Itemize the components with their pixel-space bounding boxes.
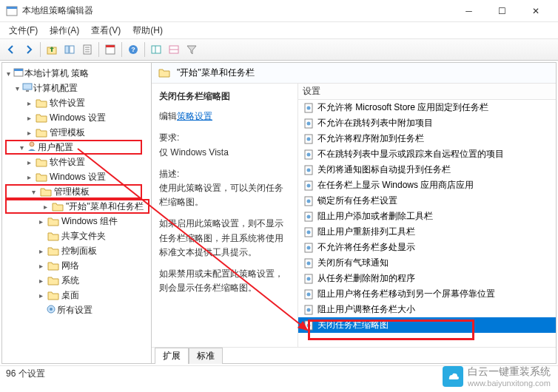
svg-point-21 — [30, 142, 34, 146]
title-bar: 本地组策略编辑器 ─ ☐ ✕ — [0, 0, 558, 22]
export-list-button[interactable] — [79, 41, 95, 58]
toolbar-separator — [98, 42, 99, 57]
maximize-button[interactable]: ☐ — [485, 0, 519, 22]
edit-link-prefix: 编辑 — [159, 111, 177, 121]
tree-uc-shared[interactable]: 共享文件夹 — [2, 229, 151, 243]
chevron-right-icon[interactable]: ▸ — [24, 114, 33, 122]
chevron-right-icon[interactable]: ▸ — [24, 173, 33, 181]
folder-icon — [36, 158, 47, 167]
policy-item-icon — [303, 242, 315, 254]
settings-list-item[interactable]: 阻止用户将任务栏移动到另一个屏幕停靠位置 — [298, 286, 556, 302]
settings-list-item[interactable]: 关闭所有气球通知 — [298, 255, 556, 271]
chevron-right-icon[interactable]: ▸ — [41, 203, 50, 211]
menu-file[interactable]: 文件(F) — [3, 23, 44, 38]
tab-standard[interactable]: 标准 — [189, 348, 223, 364]
settings-list-item[interactable]: 阻止用户重新排列工具栏 — [298, 224, 556, 240]
svg-rect-19 — [23, 84, 32, 89]
tree-uc-wincomp[interactable]: ▸Windows 组件 — [2, 214, 151, 229]
settings-list-item-label: 阻止用户添加或者删除工具栏 — [317, 210, 433, 223]
settings-list-item-label: 不允许将任务栏多处显示 — [317, 241, 415, 254]
tree-uc-admin[interactable]: ▾管理模板 — [5, 184, 142, 199]
tree-uc-start[interactable]: ▸"开始"菜单和任务栏 — [5, 199, 149, 214]
svg-point-51 — [307, 308, 311, 311]
chevron-right-icon[interactable]: ▸ — [36, 262, 45, 270]
menu-view[interactable]: 查看(V) — [85, 23, 127, 38]
tree-user-config[interactable]: ▾用户配置 — [5, 140, 142, 155]
status-text: 96 个设置 — [6, 368, 45, 380]
detail-pane: "开始"菜单和任务栏 关闭任务栏缩略图 编辑策略设置 要求: 仅 Windows… — [152, 63, 556, 363]
settings-list-item[interactable]: 关闭任务栏缩略图 — [298, 317, 556, 333]
settings-list-item[interactable]: 不在跳转列表中显示或跟踪来自远程位置的项目 — [298, 146, 556, 162]
properties-button[interactable] — [102, 41, 118, 58]
settings-list-item[interactable]: 不允许将程序附加到任务栏 — [298, 131, 556, 146]
description-para-2: 如果启用此策略设置，则不显示任务栏缩略图，并且系统将使用标准文本提供工具提示。 — [159, 217, 290, 260]
chevron-right-icon[interactable]: ▸ — [24, 99, 33, 107]
settings-list-item[interactable]: 不允许将任务栏多处显示 — [298, 240, 556, 255]
tree-uc-all[interactable]: 所有设置 — [2, 303, 151, 317]
settings-list-item[interactable]: 关闭将通知图标自动提升到任务栏 — [298, 162, 556, 178]
view-button-1[interactable] — [148, 41, 164, 58]
chevron-down-icon[interactable]: ▾ — [29, 188, 38, 196]
tree-uc-software[interactable]: ▸软件设置 — [2, 155, 151, 169]
up-button[interactable] — [44, 41, 60, 58]
svg-point-39 — [307, 214, 311, 218]
back-button[interactable] — [3, 41, 19, 58]
svg-text:?: ? — [131, 46, 135, 53]
tree-computer-config[interactable]: ▾计算机配置 — [2, 81, 151, 95]
show-hide-tree-button[interactable] — [61, 41, 78, 58]
chevron-right-icon[interactable]: ▸ — [36, 291, 45, 300]
watermark-text: 白云一键重装系统 — [468, 365, 551, 379]
settings-list-item[interactable]: 阻止用户调整任务栏大小 — [298, 302, 556, 317]
folder-icon — [47, 246, 59, 256]
tree-cc-software[interactable]: ▸软件设置 — [2, 95, 151, 110]
tree-uc-system[interactable]: ▸系统 — [2, 273, 151, 288]
policy-item-icon — [303, 180, 315, 192]
minimize-button[interactable]: ─ — [452, 0, 485, 22]
close-button[interactable]: ✕ — [519, 0, 552, 22]
settings-list-item[interactable]: 锁定所有任务栏设置 — [298, 193, 556, 209]
chevron-right-icon[interactable]: ▸ — [36, 217, 45, 226]
detail-header: "开始"菜单和任务栏 — [152, 63, 556, 84]
svg-point-53 — [307, 323, 311, 327]
chevron-right-icon[interactable]: ▸ — [36, 247, 45, 255]
tree-uc-windows[interactable]: ▸Windows 设置 — [2, 169, 151, 184]
detail-tabs: 扩展 标准 — [152, 347, 556, 363]
settings-list-item[interactable]: 从任务栏删除附加的程序 — [298, 271, 556, 286]
chevron-right-icon[interactable]: ▸ — [24, 158, 33, 166]
help-button[interactable]: ? — [125, 41, 141, 58]
chevron-right-icon[interactable]: ▸ — [36, 277, 45, 285]
tree-pane[interactable]: ▾本地计算机 策略 ▾计算机配置 ▸软件设置 ▸Windows 设置 ▸管理模板… — [2, 63, 152, 363]
chevron-down-icon[interactable]: ▾ — [13, 84, 21, 92]
watermark: 白云一键重装系统 www.baiyunxitong.com — [443, 365, 551, 388]
settings-list-item[interactable]: 在任务栏上显示 Windows 应用商店应用 — [298, 178, 556, 193]
edit-policy-link[interactable]: 策略设置 — [177, 109, 212, 124]
tree-uc-network[interactable]: ▸网络 — [2, 258, 151, 273]
tree-cc-windows[interactable]: ▸Windows 设置 — [2, 110, 151, 125]
settings-list-item-label: 不允许在跳转列表中附加项目 — [317, 117, 433, 129]
chevron-right-icon[interactable]: ▸ — [24, 129, 33, 137]
filter-button[interactable] — [184, 41, 200, 58]
svg-point-45 — [307, 261, 311, 265]
settings-list-item[interactable]: 阻止用户添加或者删除工具栏 — [298, 209, 556, 224]
list-header-setting[interactable]: 设置 — [298, 84, 556, 100]
chevron-down-icon[interactable]: ▾ — [17, 143, 26, 152]
forward-button[interactable] — [21, 41, 37, 58]
tree-root[interactable]: ▾本地计算机 策略 — [2, 66, 151, 81]
chevron-down-icon[interactable]: ▾ — [4, 70, 13, 78]
description-text: 使用此策略设置，可以关闭任务栏缩略图。 — [159, 181, 290, 209]
tree-cc-admin[interactable]: ▸管理模板 — [2, 125, 151, 140]
svg-rect-3 — [65, 46, 69, 53]
tree-uc-control[interactable]: ▸控制面板 — [2, 243, 151, 258]
tree-uc-desktop[interactable]: ▸桌面 — [2, 288, 151, 303]
svg-point-25 — [307, 106, 311, 109]
menu-help[interactable]: 帮助(H) — [127, 23, 169, 38]
settings-list-item-label: 阻止用户重新排列工具栏 — [317, 226, 415, 238]
settings-list-item[interactable]: 不允许将 Microsoft Store 应用固定到任务栏 — [298, 100, 556, 115]
settings-list[interactable]: 设置 不允许将 Microsoft Store 应用固定到任务栏不允许在跳转列表… — [298, 84, 556, 347]
settings-list-item[interactable]: 不允许在跳转列表中附加项目 — [298, 115, 556, 131]
policy-item-icon — [303, 257, 315, 269]
svg-point-37 — [307, 199, 311, 203]
menu-action[interactable]: 操作(A) — [44, 23, 85, 38]
view-button-2[interactable] — [166, 41, 182, 58]
tab-extended[interactable]: 扩展 — [155, 348, 189, 364]
